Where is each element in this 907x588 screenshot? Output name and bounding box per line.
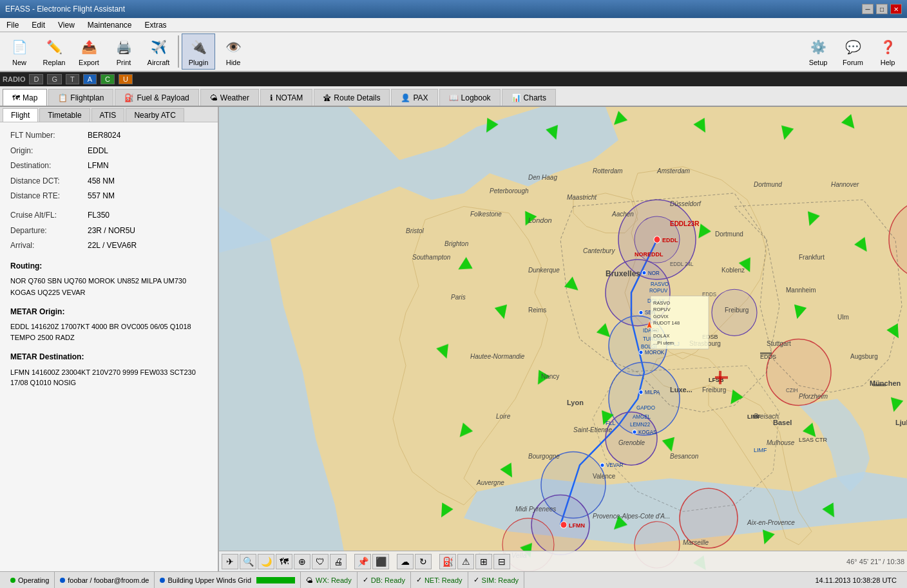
tab-notam[interactable]: ℹ NOTAM	[260, 89, 312, 106]
svg-text:LEMN22: LEMN22	[630, 422, 651, 428]
print-map-btn[interactable]: 🖨	[330, 554, 347, 569]
hide-label: Hide	[226, 59, 241, 66]
fuel-map-btn[interactable]: ⛽	[439, 554, 456, 569]
svg-point-55	[654, 236, 660, 243]
svg-rect-164	[873, 384, 886, 386]
tab-fuel[interactable]: ⛽ Fuel & Payload	[115, 89, 198, 106]
radio-a[interactable]: A	[83, 74, 97, 84]
svg-text:VEVAR: VEVAR	[606, 462, 624, 468]
radio-d[interactable]: D	[29, 74, 43, 84]
warning-btn[interactable]: ⚠	[457, 554, 474, 569]
tab-map[interactable]: 🗺 Map	[3, 89, 47, 106]
subtab-nearby-atc[interactable]: Nearby ATC	[126, 108, 184, 122]
menu-extras[interactable]: Extras	[138, 18, 173, 32]
cruise-label: Cruise Alt/FL:	[10, 209, 88, 223]
radio-g[interactable]: G	[47, 74, 62, 84]
svg-text:ROPUV: ROPUV	[649, 288, 668, 294]
menu-file[interactable]: File	[0, 18, 25, 32]
cruise-value: FL350	[88, 209, 110, 223]
datetime-text: 14.11.2013 10:38:28 UTC	[815, 576, 897, 584]
svg-text:EDDL: EDDL	[662, 237, 678, 243]
help-button[interactable]: ❓ Help	[871, 33, 904, 70]
svg-text:NOR: NOR	[648, 270, 660, 276]
notam-tab-label: NOTAM	[276, 93, 303, 102]
statusbar: Operating foobar / foobar@froom.de Build…	[0, 571, 907, 588]
svg-rect-163	[760, 352, 772, 354]
subtab-timetable[interactable]: Timetable	[39, 108, 90, 122]
tab-route[interactable]: 🛣 Route Details	[314, 89, 390, 106]
distance-rte-label: Distance RTE:	[10, 189, 88, 204]
table-btn[interactable]: ⊟	[493, 554, 510, 569]
radio-c[interactable]: C	[100, 74, 115, 84]
svg-text:Stuttgart: Stuttgart	[767, 340, 791, 347]
svg-text:EDDL 24L: EDDL 24L	[670, 261, 694, 267]
svg-text:Bruxelles: Bruxelles	[606, 269, 640, 278]
forum-button[interactable]: 💬 Forum	[836, 33, 870, 70]
tab-pax[interactable]: 👤 PAX	[391, 89, 437, 106]
menu-edit[interactable]: Edit	[25, 18, 52, 32]
svg-text:Southampton: Southampton	[412, 254, 451, 261]
svg-text:KOGAS: KOGAS	[638, 430, 657, 435]
tab-logbook[interactable]: 📖 Logbook	[439, 89, 501, 106]
charts-tab-icon: 📊	[511, 93, 521, 102]
departure-value: 23R / NOR5U	[88, 224, 135, 238]
net-text: NET: Ready	[425, 576, 463, 584]
fuel-tab-icon: ⛽	[124, 93, 134, 102]
print-button[interactable]: 🖨️ Print	[107, 33, 140, 70]
zoom-fit-btn[interactable]: 🌙	[258, 554, 274, 569]
cloud-btn[interactable]: ☁	[397, 554, 414, 569]
svg-point-69	[560, 522, 567, 528]
weather-tab-label: Weather	[220, 93, 249, 102]
logbook-tab-label: Logbook	[461, 93, 491, 102]
replan-icon: ✏️	[44, 37, 64, 57]
new-button[interactable]: 📄 New	[3, 33, 36, 70]
svg-text:Rotterdam: Rotterdam	[593, 167, 623, 175]
route-btn[interactable]: ⊕	[294, 554, 310, 569]
minimize-button[interactable]: ─	[862, 4, 874, 14]
replan-button[interactable]: ✏️ Replan	[37, 33, 71, 70]
plugin-button[interactable]: 🔌 Plugin	[182, 33, 215, 70]
menu-view[interactable]: View	[52, 18, 81, 32]
layer-btn[interactable]: 🗺	[276, 554, 292, 569]
box-btn[interactable]: ⬛	[372, 554, 389, 569]
aircraft-button[interactable]: ✈️ Aircraft	[142, 33, 175, 70]
tab-flightplan[interactable]: 📋 Flightplan	[48, 89, 113, 106]
route-tab-icon: 🛣	[323, 93, 331, 102]
db-text: DB: Ready	[371, 576, 405, 584]
svg-text:Lyon: Lyon	[567, 399, 584, 406]
menu-maintenance[interactable]: Maintenance	[81, 18, 138, 32]
aircraft-label: Aircraft	[148, 59, 170, 66]
zoom-in-btn[interactable]: 🔍	[240, 554, 256, 569]
export-button[interactable]: 📤 Export	[72, 33, 106, 70]
db-icon: ✓	[363, 576, 368, 584]
info-btn[interactable]: 🛡	[312, 554, 329, 569]
svg-text:Koblenz: Koblenz	[721, 267, 745, 274]
map-area[interactable]: EDDL NOR SBN MOROK MILPA KOGAS	[219, 107, 907, 571]
svg-text:DOLAX: DOLAX	[653, 333, 669, 339]
radio-u[interactable]: U	[119, 74, 133, 84]
aircraft-position-btn[interactable]: ✈	[222, 554, 238, 569]
svg-text:LSAS CTR: LSAS CTR	[799, 437, 827, 443]
pin-btn[interactable]: 📌	[354, 554, 371, 569]
svg-text:MILPA: MILPA	[645, 390, 660, 395]
setup-button[interactable]: ⚙️ Setup	[801, 33, 835, 70]
svg-text:EDDS: EDDS	[760, 354, 776, 360]
toolbar: 📄 New ✏️ Replan 📤 Export 🖨️ Print ✈️ Air…	[0, 32, 907, 72]
replan-label: Replan	[43, 59, 66, 66]
maximize-button[interactable]: □	[876, 4, 888, 14]
subtab-flight[interactable]: Flight	[3, 108, 38, 122]
hide-button[interactable]: 👁️ Hide	[216, 33, 250, 70]
svg-text:Luxe...: Luxe...	[670, 386, 692, 394]
svg-text:Besancon: Besancon	[670, 453, 699, 460]
tab-weather[interactable]: 🌤 Weather	[200, 89, 259, 106]
svg-text:London: London	[528, 216, 552, 224]
grid-btn[interactable]: ⊞	[475, 554, 492, 569]
close-button[interactable]: ✕	[890, 4, 902, 14]
radio-t[interactable]: T	[66, 74, 79, 84]
refresh-btn[interactable]: ↻	[415, 554, 432, 569]
metar-dest-label: METAR Destination:	[10, 350, 207, 365]
forum-icon: 💬	[843, 37, 863, 57]
main-tabs: 🗺 Map 📋 Flightplan ⛽ Fuel & Payload 🌤 We…	[0, 86, 907, 107]
subtab-atis[interactable]: ATIS	[91, 108, 125, 122]
tab-charts[interactable]: 📊 Charts	[502, 89, 556, 106]
